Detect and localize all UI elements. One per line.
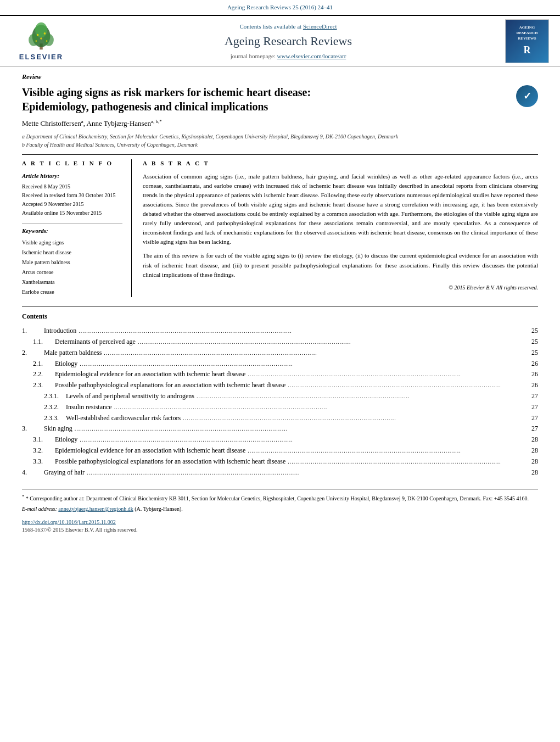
homepage-link: journal homepage: www.elsevier.com/locat…: [71, 52, 505, 60]
toc-number: 2.3.2.: [44, 403, 66, 412]
article-history: Received 8 May 2015 Received in revised …: [22, 182, 122, 217]
issn-text: 1568-1637/© 2015 Elsevier B.V. All right…: [22, 526, 538, 534]
toc-item: 4.Graying of hair.......................…: [22, 467, 538, 478]
toc-item: 2.3.2.Insulin resistance................…: [22, 401, 538, 412]
history-title: Article history:: [22, 172, 122, 180]
svg-point-8: [35, 40, 37, 42]
affiliation-b: b Faculty of Health and Medical Sciences…: [22, 141, 538, 149]
toc-number: 2.1.: [33, 359, 55, 369]
toc-dots: ........................................…: [138, 338, 529, 346]
abstract-para1: Association of common aging signs (i.e.,…: [143, 172, 538, 247]
toc-label: Determinants of perceived age: [55, 337, 136, 347]
toc-dots: ........................................…: [79, 327, 529, 335]
affiliations: a Department of Clinical Biochemistry, S…: [22, 132, 538, 149]
toc-label: Possible pathophysiological explanations…: [55, 381, 285, 390]
toc-item: 3.Skin aging............................…: [22, 423, 538, 434]
toc-dots: ........................................…: [75, 425, 529, 433]
kw6: Earlobe crease: [22, 287, 122, 297]
contents-section: Contents 1.Introduction.................…: [22, 306, 538, 478]
svg-point-5: [37, 34, 39, 36]
toc-page: 26: [531, 359, 538, 369]
toc-dots: ........................................…: [288, 382, 529, 389]
arr-logo-line2: RESEARCH: [517, 31, 538, 36]
toc-label: Graying of hair: [44, 468, 85, 477]
top-bar: ELSEVIER Contents lists available at Sci…: [0, 16, 560, 67]
toc-dots: ........................................…: [183, 415, 529, 422]
toc-dots: ........................................…: [197, 393, 529, 400]
article-info-column: A R T I C L E I N F O Article history: R…: [22, 159, 132, 297]
toc-number: 2.3.3.: [44, 414, 66, 423]
toc-label: Well-established cardiovascular risk fac…: [66, 414, 181, 423]
toc-dots: ........................................…: [104, 349, 529, 357]
toc-page: 26: [531, 381, 538, 390]
kw2: Ischemic heart disease: [22, 248, 122, 258]
toc-label: Epidemiological evidence for an associat…: [55, 446, 245, 455]
info-divider: [22, 223, 122, 224]
toc-number: 3.: [22, 424, 44, 433]
arr-logo: AGEING RESEARCH REVIEWS R: [505, 19, 549, 63]
accepted-date: Accepted 9 November 2015: [22, 200, 122, 209]
sciencedirect-text[interactable]: ScienceDirect: [303, 23, 337, 30]
toc-page: 28: [531, 457, 538, 466]
toc-item: 2.3.1.Levels of and peripheral sensitivi…: [22, 390, 538, 401]
email-label: E-mail address:: [22, 506, 57, 512]
email-address[interactable]: anne.tybjaerg.hansen@regionh.dk: [58, 506, 133, 512]
doi-link[interactable]: http://dx.doi.org/10.1016/j.arr.2015.11.…: [22, 519, 116, 525]
two-column-section: A R T I C L E I N F O Article history: R…: [22, 159, 538, 297]
toc-label: Levels of and peripheral sensitivity to …: [66, 392, 194, 401]
journal-header: Ageing Research Reviews 25 (2016) 24–41: [0, 0, 560, 16]
toc-label: Male pattern baldness: [44, 348, 102, 358]
toc-page: 28: [531, 435, 538, 444]
article-type: Review: [22, 72, 538, 82]
journal-ref: Ageing Research Reviews 25 (2016) 24–41: [0, 3, 560, 12]
toc-item: 2.Male pattern baldness.................…: [22, 347, 538, 358]
toc-label: Skin aging: [44, 424, 72, 433]
kw3: Male pattern baldness: [22, 258, 122, 267]
main-content: Review Visible aging signs as risk marke…: [0, 67, 560, 539]
toc-label: Introduction: [44, 326, 76, 336]
kw4: Arcus corneae: [22, 267, 122, 277]
toc-label: Etiology: [55, 435, 77, 444]
toc-dots: ........................................…: [80, 360, 529, 368]
toc-page: 25: [531, 348, 538, 358]
toc-item: 3.2.Epidemiological evidence for an asso…: [22, 445, 538, 456]
toc-label: Epidemiological evidence for an associat…: [55, 370, 245, 379]
doi-section: http://dx.doi.org/10.1016/j.arr.2015.11.…: [22, 518, 538, 534]
homepage-url[interactable]: www.elsevier.com/locate/arr: [277, 53, 346, 59]
received-revised-date: Received in revised form 30 October 2015: [22, 191, 122, 200]
email-footnote: E-mail address: anne.tybjaerg.hansen@reg…: [22, 505, 538, 513]
keywords-title: Keywords:: [22, 227, 122, 235]
elsevier-tree-icon: [22, 21, 60, 51]
toc-label: Possible pathophysiological explanations…: [55, 457, 285, 466]
copyright-notice: © 2015 Elsevier B.V. All rights reserved…: [143, 284, 538, 292]
toc-item: 3.1.Etiology............................…: [22, 434, 538, 445]
svg-point-6: [44, 32, 46, 35]
kw5: Xanthelasmata: [22, 277, 122, 287]
elsevier-brand-text: ELSEVIER: [19, 52, 63, 62]
paper-title-section: Visible aging signs as risk markers for …: [22, 85, 538, 114]
abstract-column: A B S T R A C T Association of common ag…: [143, 159, 538, 297]
crossmark-logo: ✓: [516, 85, 538, 107]
affiliation-a: a Department of Clinical Biochemistry, S…: [22, 132, 538, 141]
toc-page: 25: [531, 337, 538, 347]
toc-container: 1.Introduction..........................…: [22, 326, 538, 478]
toc-item: 3.3.Possible pathophysiological explanat…: [22, 456, 538, 467]
toc-page: 28: [531, 468, 538, 477]
svg-point-3: [44, 34, 54, 46]
toc-number: 2.2.: [33, 370, 55, 379]
toc-number: 3.1.: [33, 435, 55, 444]
abstract-text: Association of common aging signs (i.e.,…: [143, 172, 538, 280]
article-info-heading: A R T I C L E I N F O: [22, 159, 122, 168]
available-date: Available online 15 November 2015: [22, 209, 122, 217]
toc-dots: ........................................…: [248, 371, 529, 378]
elsevier-logo: ELSEVIER: [11, 21, 71, 62]
toc-item: 2.1.Etiology............................…: [22, 358, 538, 369]
toc-number: 1.1.: [33, 337, 55, 347]
email-person: (A. Tybjærg-Hansen).: [135, 506, 183, 512]
author1-name: Mette Christoffersen: [22, 120, 81, 128]
toc-dots: ........................................…: [87, 469, 529, 477]
star-footnote: * * Corresponding author at: Department …: [22, 494, 538, 503]
authors-line: Mette Christoffersena, Anne Tybjærg-Hans…: [22, 118, 538, 129]
toc-label: Insulin resistance: [66, 403, 112, 412]
paper-title-line1: Visible aging signs as risk markers for …: [22, 86, 311, 98]
